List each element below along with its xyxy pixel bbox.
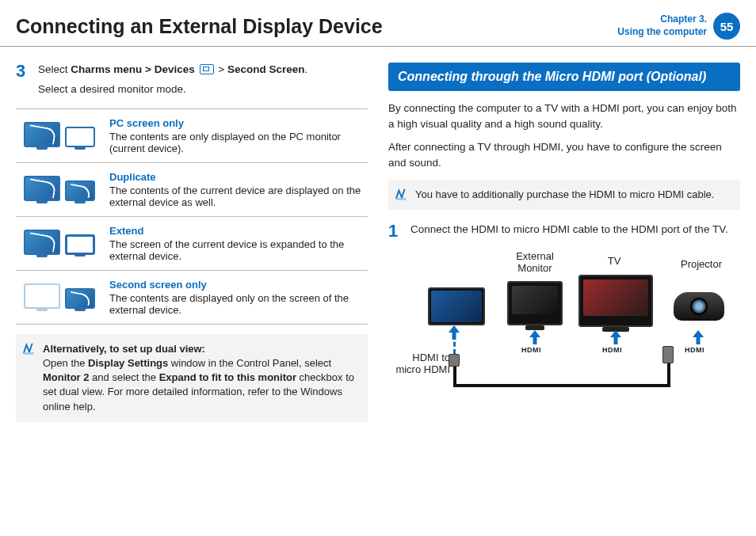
- monitor-primary-icon: [24, 283, 60, 309]
- devices-icon: [200, 64, 214, 74]
- device-projector: [674, 292, 724, 321]
- step-3-number: 3: [16, 63, 30, 97]
- mode-desc-cell: Duplicate The contents of the current de…: [103, 162, 368, 216]
- arrow-up-icon: [693, 330, 704, 344]
- cable-segment: [667, 362, 670, 387]
- right-column: Connecting through the Micro HDMI port (…: [388, 63, 740, 425]
- chapter-line1: Chapter 3.: [617, 13, 707, 26]
- mode-desc: The contents are only displayed on the P…: [109, 131, 341, 154]
- page-title: Connecting an External Display Device: [16, 15, 617, 38]
- step-3: 3 Select Charms menu > Devices > Second …: [16, 63, 368, 97]
- monitor-secondary-icon: [65, 127, 95, 147]
- mode-desc: The contents of the current device are d…: [109, 184, 361, 208]
- mode-title: PC screen only: [109, 117, 361, 129]
- connection-diagram: ExternalMonitor TV Projector HDMI: [388, 251, 740, 425]
- chapter-line2: Using the computer: [617, 26, 707, 39]
- step-3-line2: Select a desired monitor mode.: [38, 82, 368, 97]
- mode-desc-cell: Second screen only The contents are disp…: [103, 270, 368, 324]
- arrow-up-icon: [529, 330, 540, 344]
- note-title: Alternatively, to set up dual view:: [43, 343, 205, 355]
- device-tv: [578, 275, 653, 327]
- table-row: PC screen only The contents are only dis…: [16, 108, 368, 162]
- mode-desc-cell: PC screen only The contents are only dis…: [103, 108, 368, 162]
- mode-desc: The contents are displayed only on the s…: [109, 292, 349, 316]
- page-number-badge: 55: [713, 13, 740, 40]
- mode-title: Extend: [109, 225, 361, 237]
- label-hdmi-cable: HDMI tomicro HDMI: [388, 352, 450, 376]
- mode-icon-duplicate: [16, 162, 103, 216]
- step-3-line1: Select Charms menu > Devices > Second Sc…: [38, 63, 368, 78]
- step-1-text: Connect the HDMI to micro HDMI cable to …: [410, 222, 740, 240]
- mode-icon-pc-only: [16, 108, 103, 162]
- note-icon: [22, 342, 36, 356]
- device-tablet: [428, 287, 485, 325]
- monitor-primary-icon: [24, 230, 60, 255]
- table-row: Duplicate The contents of the current de…: [16, 162, 368, 216]
- monitor-secondary-icon: [65, 288, 95, 309]
- arrow-up-icon: [449, 325, 460, 340]
- label-tv: TV: [598, 256, 630, 268]
- hdmi-label: HDMI: [685, 346, 704, 354]
- step-1: 1 Connect the HDMI to micro HDMI cable t…: [388, 222, 740, 240]
- label-projector: Projector: [674, 259, 729, 271]
- chapter-info: Chapter 3. Using the computer: [617, 13, 713, 38]
- table-row: Extend The screen of the current device …: [16, 216, 368, 270]
- hdmi-label: HDMI: [602, 346, 622, 354]
- mode-desc-cell: Extend The screen of the current device …: [103, 216, 368, 270]
- mode-desc: The screen of the current device is expa…: [109, 238, 344, 262]
- step-3-body: Select Charms menu > Devices > Second Sc…: [38, 63, 368, 97]
- section-banner: Connecting through the Micro HDMI port (…: [388, 63, 740, 91]
- note-icon: [395, 188, 409, 202]
- hdmi-label: HDMI: [521, 346, 541, 354]
- monitor-secondary-icon: [65, 234, 95, 255]
- hdmi-purchase-note: You have to additionally purchase the HD…: [388, 180, 740, 210]
- note-body: Open the Display Settings window in the …: [43, 357, 354, 412]
- monitor-primary-icon: [24, 176, 60, 201]
- device-external-monitor: [507, 281, 563, 325]
- page-header: Connecting an External Display Device Ch…: [0, 0, 756, 47]
- mode-icon-second-only: [16, 270, 103, 324]
- mode-title: Duplicate: [109, 171, 361, 183]
- monitor-secondary-icon: [65, 181, 95, 201]
- mode-title: Second screen only: [109, 279, 361, 291]
- micro-hdmi-plug-icon: [449, 354, 460, 367]
- paragraph-1: By connecting the computer to a TV with …: [388, 101, 740, 131]
- left-column: 3 Select Charms menu > Devices > Second …: [16, 63, 368, 425]
- cable-segment: [453, 384, 669, 387]
- hdmi-plug-icon: [662, 346, 674, 363]
- monitor-primary-icon: [24, 122, 60, 147]
- mode-icon-extend: [16, 216, 103, 270]
- dual-view-note: Alternatively, to set up dual view: Open…: [16, 334, 368, 422]
- note-text: You have to additionally purchase the HD…: [415, 188, 714, 200]
- table-row: Second screen only The contents are disp…: [16, 270, 368, 324]
- step-1-number: 1: [388, 222, 403, 240]
- monitor-modes-table: PC screen only The contents are only dis…: [16, 108, 368, 325]
- paragraph-2: After connecting a TV through HDMI, you …: [388, 139, 740, 170]
- label-external-monitor: ExternalMonitor: [507, 251, 563, 275]
- arrow-up-icon: [610, 330, 621, 344]
